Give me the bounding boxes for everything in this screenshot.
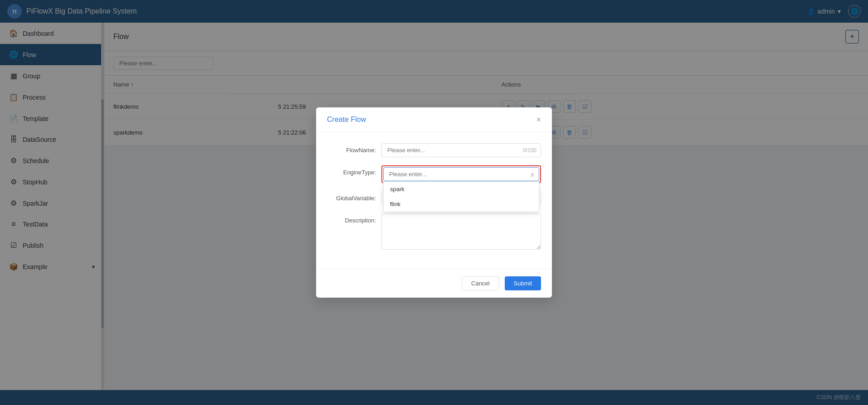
engine-option-spark[interactable]: spark bbox=[384, 182, 539, 197]
close-button[interactable]: × bbox=[536, 116, 541, 124]
char-count: 0/100 bbox=[523, 147, 536, 154]
cancel-button[interactable]: Cancel bbox=[462, 276, 499, 290]
enginetype-row: EngineType: ∧ spark flink bbox=[327, 165, 541, 183]
engine-option-flink[interactable]: flink bbox=[384, 197, 539, 212]
flowname-label: FlowName: bbox=[327, 143, 381, 154]
description-label: Description: bbox=[327, 213, 381, 224]
flowname-row: FlowName: 0/100 bbox=[327, 143, 541, 157]
globalvariable-label: GlobalVariable: bbox=[327, 191, 381, 202]
description-row: Description: bbox=[327, 213, 541, 250]
create-flow-modal: Create Flow × FlowName: 0/100 EngineType… bbox=[316, 107, 552, 298]
flowname-wrapper: 0/100 bbox=[381, 143, 541, 157]
modal-header: Create Flow × bbox=[316, 107, 552, 132]
enginetype-label: EngineType: bbox=[327, 165, 381, 176]
enginetype-input[interactable] bbox=[383, 167, 539, 181]
flowname-input[interactable] bbox=[381, 143, 541, 157]
submit-button[interactable]: Submit bbox=[505, 276, 541, 290]
modal-overlay: Create Flow × FlowName: 0/100 EngineType… bbox=[0, 0, 868, 405]
modal-title: Create Flow bbox=[327, 116, 366, 124]
description-input[interactable] bbox=[381, 213, 541, 250]
engine-dropdown-inner: ∧ spark flink bbox=[383, 167, 539, 181]
modal-body: FlowName: 0/100 EngineType: ∧ spark flin… bbox=[316, 132, 552, 269]
engine-dropdown-menu: spark flink bbox=[383, 181, 539, 212]
enginetype-wrapper: ∧ spark flink bbox=[381, 165, 541, 183]
modal-footer: Cancel Submit bbox=[316, 269, 552, 298]
